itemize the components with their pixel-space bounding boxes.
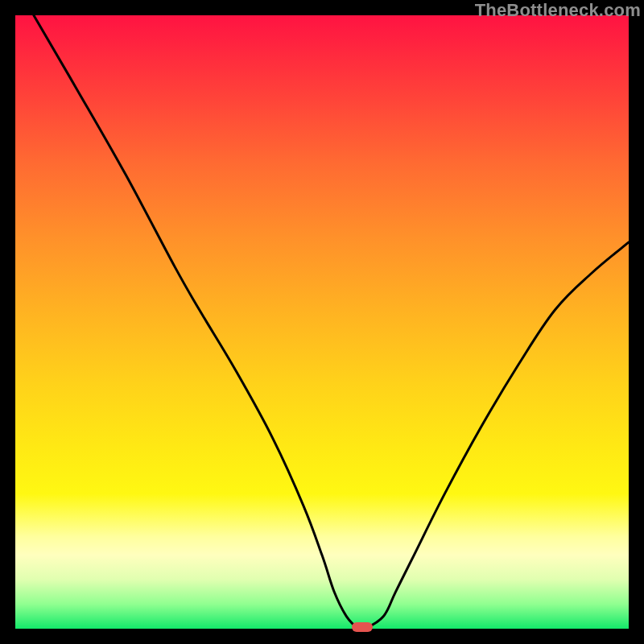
bottleneck-curve [34,15,629,630]
plot-area [15,15,629,629]
curve-layer [15,15,629,629]
optimal-point-marker [352,622,373,632]
chart-frame: TheBottleneck.com [0,0,644,644]
watermark-text: TheBottleneck.com [475,0,641,21]
